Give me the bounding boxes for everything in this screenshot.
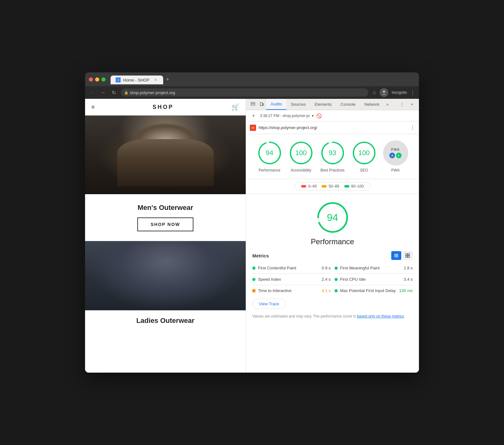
best-practices-circle: 93 bbox=[320, 140, 345, 166]
pwa-circle: PWA ⚡ + bbox=[383, 140, 408, 166]
score-accessibility[interactable]: 100 Accessibility bbox=[289, 140, 314, 172]
svg-rect-24 bbox=[406, 256, 407, 257]
address-bar: ← → ↻ 🔒 shop.polymer-project.org ☆ Incog… bbox=[85, 86, 419, 99]
tab-audits[interactable]: Audits bbox=[266, 99, 286, 110]
svg-rect-22 bbox=[406, 254, 407, 255]
lock-icon: 🔒 bbox=[124, 91, 129, 95]
cart-icon[interactable]: 🛒 bbox=[232, 103, 239, 111]
metrics-grid: First Contentful Paint 0.9 s Speed Index… bbox=[252, 265, 413, 294]
tab-network[interactable]: Network bbox=[360, 99, 384, 110]
big-performance-circle: 94 bbox=[315, 200, 350, 235]
performance-score: 94 bbox=[266, 149, 273, 157]
new-tab-button[interactable]: + bbox=[163, 75, 172, 84]
tab-close-button[interactable]: × bbox=[153, 77, 158, 82]
metric-fmp: First Meaningful Paint 1.8 s bbox=[335, 265, 413, 271]
tab-console[interactable]: Console bbox=[336, 99, 360, 110]
tab-title: Home - SHOP bbox=[123, 78, 149, 82]
audit-url-bar: https://shop.polymer-project.org/ ⋮ bbox=[246, 121, 419, 134]
address-wrapper: 🔒 shop.polymer-project.org bbox=[121, 88, 368, 97]
shop-header: ≡ SHOP 🛒 bbox=[85, 99, 246, 115]
active-tab[interactable]: S Home - SHOP × bbox=[111, 76, 163, 84]
score-pwa[interactable]: PWA ⚡ + PWA bbox=[383, 140, 408, 172]
browser-window: S Home - SHOP × + ← → ↻ 🔒 shop.polymer-p… bbox=[85, 72, 419, 373]
accessibility-label: Accessibility bbox=[291, 168, 311, 172]
metrics-header: Metrics bbox=[252, 251, 413, 260]
metrics-list-view-button[interactable] bbox=[391, 251, 401, 260]
performance-circle: 94 bbox=[257, 140, 282, 166]
tab-favicon: S bbox=[116, 77, 121, 82]
devtools-inspect-icon[interactable] bbox=[249, 100, 257, 109]
devtools-close-button[interactable]: × bbox=[408, 100, 416, 109]
maximize-window-button[interactable] bbox=[101, 77, 106, 82]
seo-label: SEO bbox=[360, 168, 368, 172]
pwa-label: PWA bbox=[391, 168, 400, 172]
more-tabs-button[interactable]: » bbox=[384, 100, 391, 109]
metric-fcp-name: First Contentful Paint bbox=[258, 266, 319, 270]
metric-fci-name: First CPU Idle bbox=[340, 277, 401, 282]
devtools-options-button[interactable]: ⋮ bbox=[398, 100, 406, 109]
score-best-practices[interactable]: 93 Best Practices bbox=[320, 140, 345, 172]
incognito-avatar bbox=[380, 88, 388, 97]
accessibility-score: 100 bbox=[295, 149, 307, 157]
legend-pill: 0–49 50–89 90–100 bbox=[295, 182, 370, 190]
legend-green-label: 90–100 bbox=[351, 184, 364, 189]
seo-score: 100 bbox=[358, 149, 370, 157]
metric-mpfid-dot bbox=[335, 289, 338, 292]
metric-fci-value: 3.4 s bbox=[404, 277, 413, 282]
address-input[interactable]: shop.polymer-project.org bbox=[121, 88, 368, 97]
title-bar: S Home - SHOP × + bbox=[85, 72, 419, 86]
accessibility-circle: 100 bbox=[289, 140, 314, 166]
ladies-hero-image bbox=[85, 241, 246, 310]
back-button[interactable]: ← bbox=[89, 89, 96, 96]
metric-tti-dot bbox=[252, 289, 255, 292]
performance-note: Values are estimated and may vary. The p… bbox=[252, 313, 413, 319]
metric-fcp-value: 0.9 s bbox=[322, 266, 330, 270]
content-area: ≡ SHOP 🛒 Men's Outerwear SHOP NOW Ladies… bbox=[85, 99, 419, 373]
svg-rect-23 bbox=[408, 254, 410, 255]
best-practices-label: Best Practices bbox=[320, 168, 345, 172]
audit-add-button[interactable]: + bbox=[250, 112, 257, 120]
tab-elements[interactable]: Elements bbox=[310, 99, 336, 110]
tab-bar: S Home - SHOP × + bbox=[111, 75, 415, 84]
big-score-area: 94 Performance bbox=[252, 200, 413, 246]
audit-dropdown[interactable]: ▾ bbox=[312, 114, 314, 118]
metric-mpfid: Max Potential First Input Delay 130 ms bbox=[335, 288, 413, 294]
legend-item-green: 90–100 bbox=[344, 184, 364, 189]
audit-timestamp: 3:38:27 PM - shop.polymer-pr ▾ bbox=[260, 114, 314, 118]
minimize-window-button[interactable] bbox=[95, 77, 99, 82]
devtools-tab-bar: Audits Sources Elements Console Network … bbox=[246, 99, 419, 110]
performance-label: Performance bbox=[259, 168, 280, 172]
big-performance-label: Performance bbox=[311, 237, 354, 246]
forward-button[interactable]: → bbox=[100, 89, 106, 96]
tab-sources[interactable]: Sources bbox=[286, 99, 310, 110]
svg-rect-6 bbox=[263, 104, 264, 105]
refresh-button[interactable]: ↻ bbox=[110, 89, 117, 96]
lighthouse-icon bbox=[250, 125, 256, 131]
metrics-title: Metrics bbox=[252, 253, 269, 258]
metric-mpfid-value: 130 ms bbox=[399, 288, 413, 293]
metric-si: Speed Index 2.4 s bbox=[252, 276, 331, 282]
metric-tti-value: 4.1 s bbox=[322, 288, 330, 293]
score-seo[interactable]: 100 SEO bbox=[352, 140, 377, 172]
metric-si-dot bbox=[252, 278, 255, 281]
devtools-toolbar: + 3:38:27 PM - shop.polymer-pr ▾ 🚫 bbox=[246, 110, 419, 121]
bookmark-icon[interactable]: ☆ bbox=[372, 90, 376, 96]
svg-point-2 bbox=[383, 90, 385, 93]
hero-image bbox=[85, 115, 246, 194]
seo-circle: 100 bbox=[352, 140, 377, 166]
shop-now-button[interactable]: SHOP NOW bbox=[137, 217, 193, 231]
metrics-detail-view-button[interactable] bbox=[403, 251, 413, 260]
legend-bar: 0–49 50–89 90–100 bbox=[246, 179, 419, 194]
hamburger-menu-icon[interactable]: ≡ bbox=[91, 104, 95, 110]
legend-item-orange: 50–89 bbox=[322, 184, 339, 189]
view-trace-button[interactable]: View Trace bbox=[252, 299, 286, 309]
performance-note-link[interactable]: based only on these metrics bbox=[357, 314, 404, 318]
close-window-button[interactable] bbox=[89, 77, 93, 82]
devtools-device-icon[interactable] bbox=[257, 100, 266, 109]
metric-fci-dot bbox=[335, 278, 338, 281]
score-performance[interactable]: 94 Performance bbox=[257, 140, 282, 172]
audit-options-button[interactable]: ⋮ bbox=[410, 125, 415, 131]
browser-menu-icon[interactable]: ⋮ bbox=[410, 90, 415, 96]
audit-clear-button[interactable]: 🚫 bbox=[316, 113, 322, 118]
mens-section-banner: Men's Outerwear SHOP NOW bbox=[85, 194, 246, 241]
